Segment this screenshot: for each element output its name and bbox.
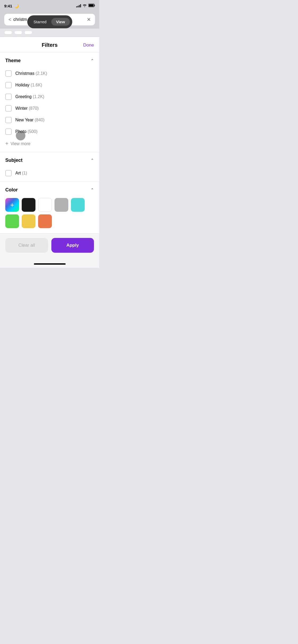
bottom-buttons: Clear all Apply bbox=[0, 233, 99, 261]
photo-checkbox[interactable] bbox=[5, 128, 12, 135]
color-swatch-gray[interactable] bbox=[55, 198, 68, 212]
theme-chevron-icon: ⌃ bbox=[91, 58, 94, 63]
color-chevron-icon: ⌃ bbox=[91, 187, 94, 192]
starred-button[interactable]: Starred bbox=[29, 18, 51, 26]
newyear-checkbox[interactable] bbox=[5, 117, 12, 123]
theme-winter[interactable]: Winter (870) bbox=[5, 103, 94, 114]
filter-header: Filters Done bbox=[0, 37, 99, 53]
subject-art[interactable]: Art (1) bbox=[5, 167, 94, 182]
subject-section: Subject ⌃ Art (1) bbox=[0, 152, 99, 182]
clear-all-button[interactable]: Clear all bbox=[5, 238, 48, 253]
color-swatches: + bbox=[5, 197, 94, 228]
view-button[interactable]: View bbox=[51, 18, 70, 26]
holiday-label: Holiday (1.6K) bbox=[15, 83, 42, 88]
theme-christmas[interactable]: Christmas (2.1K) bbox=[5, 68, 94, 79]
filter-title: Filters bbox=[42, 42, 57, 48]
color-swatch-multicolor[interactable]: + bbox=[5, 198, 19, 212]
winter-label: Winter (870) bbox=[15, 106, 39, 111]
chip-3[interactable] bbox=[24, 31, 32, 34]
color-section-header[interactable]: Color ⌃ bbox=[5, 182, 94, 197]
theme-section: Theme ⌃ Christmas (2.1K) Holiday (1.6K) … bbox=[0, 53, 99, 152]
subject-section-header[interactable]: Subject ⌃ bbox=[5, 152, 94, 167]
chips-row bbox=[0, 29, 99, 37]
photo-label: Photo (500) bbox=[15, 129, 38, 134]
theme-holiday[interactable]: Holiday (1.6K) bbox=[5, 79, 94, 91]
christmas-label: Christmas (2.1K) bbox=[15, 71, 47, 76]
color-swatch-orange[interactable] bbox=[38, 214, 52, 228]
newyear-label: New Year (840) bbox=[15, 118, 44, 122]
chip-2[interactable] bbox=[14, 31, 22, 34]
greeting-checkbox[interactable] bbox=[5, 94, 12, 100]
color-swatch-green[interactable] bbox=[5, 214, 19, 228]
color-swatch-yellow[interactable] bbox=[22, 214, 35, 228]
view-more-text: View more bbox=[11, 141, 30, 146]
svg-rect-2 bbox=[94, 5, 95, 6]
home-indicator bbox=[0, 261, 99, 268]
theme-section-header[interactable]: Theme ⌃ bbox=[5, 53, 94, 68]
done-button[interactable]: Done bbox=[83, 43, 94, 48]
moon-icon: 🌙 bbox=[14, 4, 19, 8]
multicolor-plus-icon: + bbox=[10, 201, 14, 208]
holiday-checkbox[interactable] bbox=[5, 82, 12, 88]
battery-icon bbox=[88, 4, 95, 8]
status-bar: 9:41 🌙 bbox=[0, 0, 99, 12]
winter-checkbox[interactable] bbox=[5, 105, 12, 112]
tooltip-overlay: Starred View bbox=[27, 15, 72, 28]
top-area: < christm ✕ Starred View bbox=[0, 12, 99, 29]
svg-rect-1 bbox=[89, 4, 94, 7]
theme-greeting[interactable]: Greeting (1.2K) bbox=[5, 91, 94, 103]
art-checkbox[interactable] bbox=[5, 170, 12, 176]
filter-panel: Filters Done Theme ⌃ Christmas (2.1K) Ho… bbox=[0, 37, 99, 268]
signal-icon bbox=[76, 4, 81, 7]
color-swatch-cyan[interactable] bbox=[71, 198, 85, 212]
theme-photo[interactable]: Photo (500) bbox=[5, 126, 94, 137]
color-section: Color ⌃ + bbox=[0, 182, 99, 233]
color-swatch-white[interactable] bbox=[38, 198, 52, 212]
theme-title: Theme bbox=[5, 58, 21, 63]
wifi-icon bbox=[83, 4, 87, 8]
close-icon[interactable]: ✕ bbox=[87, 17, 91, 22]
subject-chevron-icon: ⌃ bbox=[91, 158, 94, 163]
greeting-label: Greeting (1.2K) bbox=[15, 94, 44, 99]
art-label: Art (1) bbox=[15, 171, 27, 176]
home-bar bbox=[34, 263, 66, 265]
status-time: 9:41 🌙 bbox=[4, 4, 19, 8]
color-title: Color bbox=[5, 187, 18, 193]
subject-title: Subject bbox=[5, 158, 22, 163]
chip-1[interactable] bbox=[4, 31, 12, 34]
apply-button[interactable]: Apply bbox=[51, 238, 94, 253]
color-swatch-black[interactable] bbox=[22, 198, 35, 212]
back-icon[interactable]: < bbox=[8, 17, 11, 22]
christmas-checkbox[interactable] bbox=[5, 70, 12, 77]
theme-newyear[interactable]: New Year (840) bbox=[5, 114, 94, 126]
plus-icon: + bbox=[5, 141, 8, 147]
view-more-button[interactable]: + View more bbox=[5, 137, 94, 152]
status-icons bbox=[76, 4, 95, 8]
